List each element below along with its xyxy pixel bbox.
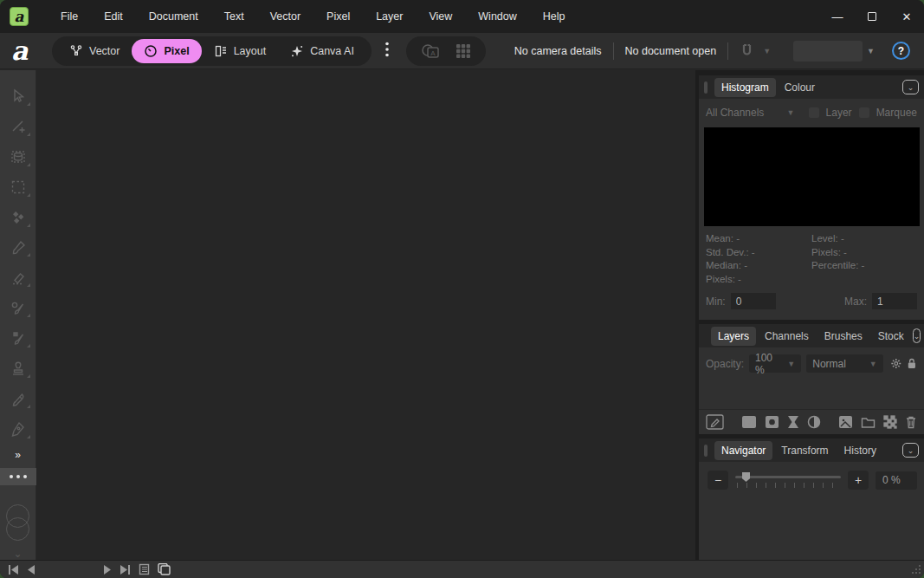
new-pixel-layer-icon[interactable] <box>838 415 853 429</box>
min-input[interactable] <box>731 293 776 309</box>
adjustment-layer-icon[interactable] <box>787 415 799 429</box>
menu-vector[interactable]: Vector <box>257 0 313 33</box>
edit-all-layers-icon[interactable] <box>706 414 724 430</box>
blend-chevron-icon: ▼ <box>869 360 877 368</box>
toolbox-more-button[interactable] <box>0 468 36 484</box>
paint-brush-tool[interactable] <box>0 233 36 263</box>
menu-file[interactable]: File <box>48 0 91 33</box>
erase-brush-tool[interactable] <box>0 263 36 293</box>
persona-vector-button[interactable]: Vector <box>57 39 132 63</box>
menu-layer[interactable]: Layer <box>363 0 416 33</box>
new-group-icon[interactable] <box>861 415 876 429</box>
tab-colour[interactable]: Colour <box>778 78 822 97</box>
tab-stock[interactable]: Stock <box>871 327 911 346</box>
move-tool[interactable] <box>0 81 36 112</box>
titlebar: a File Edit Document Text Vector Pixel L… <box>0 0 924 33</box>
marquee-select-tool[interactable] <box>0 172 36 203</box>
toolbar-overflow-menu-button[interactable] <box>380 38 394 63</box>
clone-stamp-tool[interactable] <box>0 354 36 384</box>
snapping-chevron-icon[interactable]: ▼ <box>763 47 771 55</box>
document-preset-dropdown[interactable] <box>793 41 863 62</box>
minimize-button[interactable]: — <box>820 0 855 33</box>
next-page-button[interactable] <box>104 565 112 575</box>
toolbox-expand-button[interactable]: » <box>15 445 21 464</box>
zoom-out-button[interactable]: − <box>708 471 728 490</box>
tab-transform[interactable]: Transform <box>774 441 835 460</box>
tab-navigator[interactable]: Navigator <box>714 441 772 460</box>
tab-layers[interactable]: Layers <box>711 327 756 346</box>
persona-canva-ai-button[interactable]: Canva AI <box>278 39 366 63</box>
blend-mode-dropdown[interactable]: Normal ▼ <box>806 354 882 373</box>
zoom-slider-thumb[interactable] <box>742 472 750 482</box>
menu-pixel[interactable]: Pixel <box>313 0 363 33</box>
mask-layer-icon[interactable] <box>765 415 779 429</box>
preset-chevron-icon[interactable]: ▼ <box>867 47 875 55</box>
snapping-magnet-icon[interactable] <box>740 43 754 58</box>
persona-switcher: Vector Pixel Layout <box>52 36 372 66</box>
tab-histogram[interactable]: Histogram <box>714 78 776 97</box>
persona-layout-button[interactable]: Layout <box>202 39 279 63</box>
fill-colour-well[interactable] <box>6 517 29 541</box>
live-filter-icon[interactable] <box>807 415 821 429</box>
ellipsis-icon <box>23 475 27 478</box>
menu-window[interactable]: Window <box>465 0 529 33</box>
opacity-dropdown[interactable]: 100 % ▼ <box>749 354 801 373</box>
colour-selector-wells[interactable] <box>3 504 33 545</box>
tab-channels[interactable]: Channels <box>758 327 816 346</box>
menu-edit[interactable]: Edit <box>91 0 136 33</box>
channels-dropdown[interactable]: All Channels ▼ <box>706 107 794 119</box>
layer-checkbox[interactable] <box>809 107 819 118</box>
zoom-slider-track[interactable] <box>735 476 841 478</box>
measure-tool[interactable] <box>0 112 36 142</box>
lock-icon[interactable] <box>907 357 917 370</box>
all-pages-view-icon[interactable] <box>158 563 171 575</box>
snapping-group: ▼ <box>740 43 771 58</box>
help-button[interactable]: ? <box>892 42 910 60</box>
layers-collapse-button[interactable]: ⌄ <box>913 328 921 343</box>
tab-brushes[interactable]: Brushes <box>817 327 869 346</box>
channels-chevron-icon: ▼ <box>786 108 794 117</box>
layers-list-empty[interactable] <box>699 378 924 409</box>
layers-panel: Layers Channels Brushes Stock ⌄ Opacity:… <box>699 324 924 434</box>
delete-layer-trash-icon[interactable] <box>905 415 917 429</box>
max-input[interactable] <box>872 293 917 309</box>
tab-history[interactable]: History <box>837 441 883 460</box>
menu-view[interactable]: View <box>416 0 465 33</box>
colour-replacement-brush-tool[interactable] <box>0 323 36 354</box>
first-page-button[interactable] <box>8 565 19 575</box>
window-resize-grip[interactable] <box>911 564 921 575</box>
marquee-checkbox[interactable] <box>859 107 869 118</box>
zoom-in-button[interactable]: + <box>848 471 869 490</box>
grid-gallery-icon[interactable] <box>455 42 472 60</box>
zoom-value-field[interactable]: 0 % <box>876 471 917 490</box>
panel-drag-handle[interactable] <box>704 81 708 94</box>
studio-panel-column: Histogram Colour ⌄ All Channels ▼ Layer … <box>699 70 924 560</box>
pen-tool[interactable] <box>0 414 36 445</box>
last-page-button[interactable] <box>120 565 131 575</box>
menu-text[interactable]: Text <box>211 0 257 33</box>
single-page-view-icon[interactable] <box>139 563 150 575</box>
document-canvas[interactable] <box>37 70 695 560</box>
zoom-slider[interactable] <box>735 471 841 490</box>
new-layer-icon[interactable] <box>883 415 897 429</box>
smudge-tool[interactable] <box>0 384 36 414</box>
selection-brush-tool[interactable] <box>0 293 36 323</box>
mesh-warp-tool[interactable] <box>0 142 36 172</box>
maximize-button[interactable] <box>855 0 889 33</box>
previous-page-button[interactable] <box>27 565 35 575</box>
navigator-collapse-button[interactable]: ⌄ <box>902 443 919 458</box>
menu-help[interactable]: Help <box>530 0 578 33</box>
layer-effects-fx-icon[interactable]: FX <box>741 415 757 429</box>
histogram-collapse-button[interactable]: ⌄ <box>902 80 919 94</box>
flood-select-tool[interactable] <box>0 203 36 233</box>
persona-pixel-button[interactable]: Pixel <box>132 39 201 63</box>
swap-colours-icon[interactable]: ⌄ <box>13 548 22 560</box>
style-preview-icon[interactable]: A <box>420 42 443 60</box>
blend-options-gear-icon[interactable] <box>890 357 902 370</box>
panel-drag-handle[interactable] <box>704 445 708 457</box>
close-button[interactable]: ✕ <box>889 0 924 33</box>
layers-tab-row: Layers Channels Brushes Stock ⌄ <box>699 324 924 347</box>
menu-document[interactable]: Document <box>136 0 211 33</box>
kebab-menu-icon <box>385 42 389 57</box>
toolbar-separator <box>613 42 614 60</box>
